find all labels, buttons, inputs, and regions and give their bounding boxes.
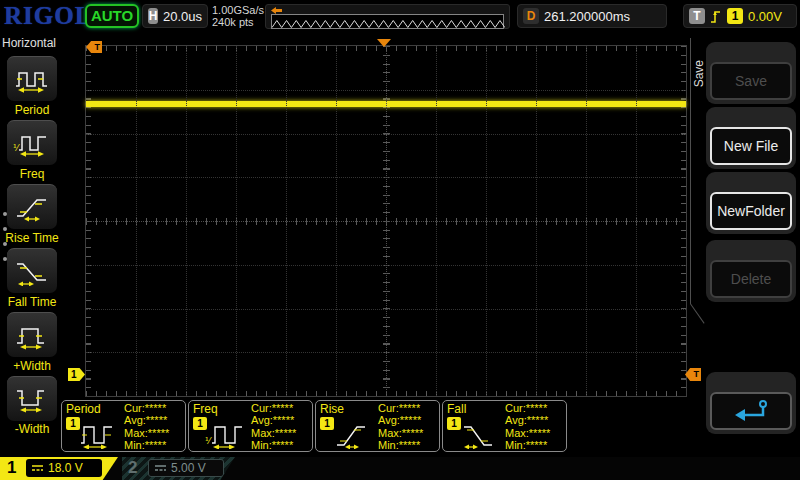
- frequency-icon: ⅟: [13, 128, 51, 158]
- gridline-horizontal: [86, 352, 686, 353]
- gridline-horizontal: [86, 265, 686, 266]
- fall-time-icon: [458, 417, 504, 449]
- menu-label-fall-time: Fall Time: [0, 295, 64, 309]
- menu-label-plus-width: +Width: [0, 359, 64, 373]
- trigger-position-marker[interactable]: [377, 39, 391, 47]
- dc-coupling-icon: [154, 463, 167, 473]
- dc-coupling-icon: [31, 463, 44, 473]
- timebase-value: 20.0us: [163, 9, 202, 24]
- softkey-new-file[interactable]: New File: [706, 107, 796, 169]
- softkey-save-label: Save: [710, 62, 792, 100]
- channel-status-bar: 1 18.0 V 2 5.00 V: [0, 457, 800, 480]
- delay-value: 261.200000ms: [544, 9, 630, 24]
- measurement-name: Rise: [320, 402, 344, 416]
- rising-edge-icon: [710, 9, 722, 24]
- delay-badge: D: [523, 8, 539, 24]
- gridline-horizontal: [86, 309, 686, 310]
- menu-button-rise-time[interactable]: [7, 184, 57, 229]
- menu-outline-corner: [690, 303, 705, 323]
- preview-position-icon: [271, 7, 282, 14]
- measurement-name: Fall: [447, 402, 466, 416]
- measurement-values: Cur:***** Avg:***** Max:***** Min:*****: [124, 402, 169, 451]
- menu-outline: [690, 38, 691, 304]
- menu-label-rise-time: Rise Time: [0, 231, 64, 245]
- trigger-level-marker[interactable]: T: [685, 368, 701, 381]
- svg-text:⅟: ⅟: [13, 143, 20, 153]
- channel2-number: 2: [128, 458, 137, 478]
- gridline-horizontal: [86, 221, 686, 222]
- period-icon: [13, 64, 51, 94]
- memory-depth-value: 240k pts: [212, 16, 264, 28]
- gridline-horizontal: [86, 90, 686, 91]
- menu-button-plus-width[interactable]: [7, 312, 57, 357]
- softkey-delete-label: Delete: [710, 260, 792, 298]
- trigger-badge: T: [689, 8, 705, 24]
- waveform-display-grid: [85, 45, 687, 397]
- measurement-panel-fall: Fall 1 Cur:***** Avg:***** Max:***** Min…: [442, 400, 567, 452]
- measurement-panel-rise: Rise 1 Cur:***** Avg:***** Max:***** Min…: [315, 400, 440, 452]
- measurement-panel-freq: Freq 1 ⅟ Cur:***** Avg:***** Max:***** M…: [188, 400, 313, 452]
- channel2-tab[interactable]: 2 5.00 V: [122, 457, 235, 480]
- preview-waveform-icon: [272, 18, 505, 29]
- channel1-tab[interactable]: 1 18.0 V: [0, 457, 118, 480]
- measurement-values: Cur:***** Avg:***** Max:***** Min:*****: [505, 402, 550, 451]
- channel1-number: 1: [7, 458, 16, 478]
- rise-time-icon: [331, 417, 377, 449]
- preview-window: [271, 14, 504, 29]
- softkey-back[interactable]: [706, 372, 796, 434]
- gridline-horizontal: [86, 177, 686, 178]
- channel2-scale: 5.00 V: [171, 461, 206, 475]
- menu-label-minus-width: -Width: [0, 422, 64, 436]
- acquisition-info: 1.00GSa/s 240k pts: [212, 4, 264, 28]
- menu-tab-save: Save: [692, 60, 706, 87]
- gridline-horizontal: [86, 134, 686, 135]
- horizontal-badge: H: [148, 8, 158, 24]
- svg-text:⅟: ⅟: [205, 436, 212, 446]
- menu-label-freq: Freq: [0, 167, 64, 181]
- measurement-values: Cur:***** Avg:***** Max:***** Min:*****: [378, 402, 423, 451]
- channel1-scale-box: 18.0 V: [26, 459, 102, 477]
- channel1-scale: 18.0 V: [48, 461, 83, 475]
- menu-button-fall-time[interactable]: [7, 248, 57, 293]
- fall-time-icon: [13, 256, 51, 286]
- menu-label-period: Period: [0, 103, 64, 117]
- minus-width-icon: [13, 384, 51, 414]
- waveform-position-preview[interactable]: [265, 4, 510, 29]
- softkey-new-folder-label: NewFolder: [710, 192, 792, 230]
- measure-menu-title: Horizontal: [2, 36, 56, 50]
- run-status-badge[interactable]: AUTO: [85, 4, 139, 28]
- oscilloscope-screen: RIGOL AUTO H 20.0us 1.00GSa/s 240k pts D…: [0, 0, 800, 480]
- horizontal-timebase-box[interactable]: H 20.0us: [142, 4, 208, 28]
- period-icon: [77, 417, 123, 449]
- menu-button-period[interactable]: [7, 56, 57, 101]
- trigger-source-badge: 1: [727, 8, 743, 24]
- rigol-logo: RIGOL: [4, 2, 92, 30]
- sample-rate-value: 1.00GSa/s: [212, 4, 264, 16]
- softkey-new-file-label: New File: [710, 127, 792, 165]
- menu-button-freq[interactable]: ⅟: [7, 120, 57, 165]
- channel2-scale-box: 5.00 V: [148, 459, 224, 477]
- softkey-delete[interactable]: Delete: [706, 240, 796, 302]
- frequency-icon: ⅟: [204, 417, 250, 449]
- trigger-level-value: 0.00V: [748, 9, 782, 24]
- horizontal-delay-box[interactable]: D 261.200000ms: [517, 4, 667, 28]
- measurement-name: Freq: [193, 402, 218, 416]
- softkey-new-folder[interactable]: NewFolder: [706, 172, 796, 234]
- top-status-bar: RIGOL AUTO H 20.0us 1.00GSa/s 240k pts D…: [0, 0, 800, 32]
- plus-width-icon: [13, 320, 51, 350]
- return-arrow-icon: [731, 399, 771, 423]
- channel1-offset-marker[interactable]: 1: [68, 368, 85, 381]
- rise-time-icon: [13, 192, 51, 222]
- trigger-info-box[interactable]: T 1 0.00V: [683, 4, 797, 28]
- measurement-values: Cur:***** Avg:***** Max:***** Min:*****: [251, 402, 296, 451]
- measurement-name: Period: [66, 402, 101, 416]
- softkey-save[interactable]: Save: [706, 42, 796, 104]
- menu-button-minus-width[interactable]: [7, 376, 57, 421]
- measurement-panel-period: Period 1 Cur:***** Avg:***** Max:***** M…: [61, 400, 186, 452]
